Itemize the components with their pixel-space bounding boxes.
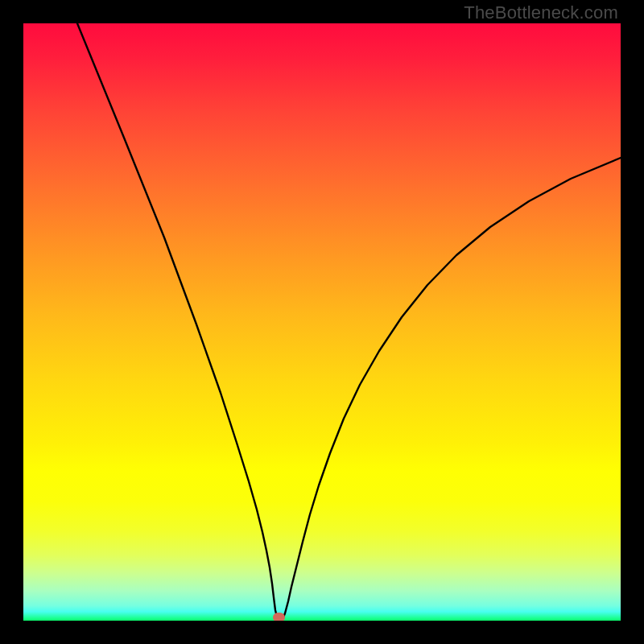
chart-frame: TheBottleneck.com xyxy=(0,0,644,644)
optimum-marker xyxy=(273,613,285,621)
curve-path xyxy=(77,23,621,621)
bottleneck-curve xyxy=(23,23,621,621)
plot-area xyxy=(23,23,621,621)
watermark-text: TheBottleneck.com xyxy=(464,2,618,23)
